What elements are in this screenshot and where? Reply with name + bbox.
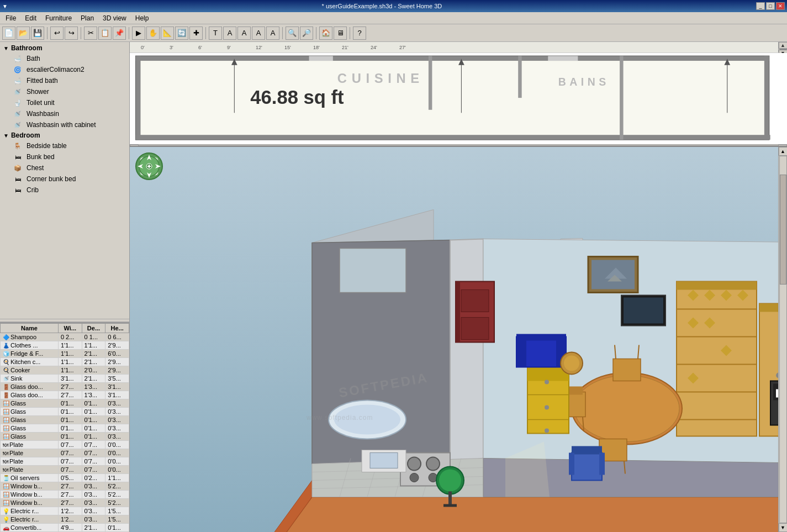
close-button[interactable]: ✕ [776,2,785,10]
props-row[interactable]: 🪟Window b...2'7...0'3...5'2... [1,482,129,491]
furniture-tree[interactable]: ▼ Bathroom🛁Bath🌀escalierColimacon2🛁Fitte… [0,42,129,319]
menu-item-furniture[interactable]: Furniture [41,13,76,23]
toolbar-separator [47,27,47,39]
tree-item-bath[interactable]: 🛁Bath [1,53,128,64]
props-width-cell: 0'7... [58,449,82,457]
props-row[interactable]: 🔷Shampoo0 2...0 1...0 6... [1,333,129,341]
save-button[interactable]: 💾 [31,27,44,40]
props-row[interactable]: 🍳Kitchen c...1'1...2'1...2'9... [1,358,129,366]
font-smaller-button[interactable]: A [237,27,251,40]
plan-vscroll[interactable]: ▲ ▼ [778,42,787,52]
props-row[interactable]: 💡Electric r...1'2...0'3...1'5... [1,515,129,524]
3d-vscroll-up[interactable]: ▲ [779,147,788,156]
undo-button[interactable]: ↩ [50,27,64,40]
props-row[interactable]: 🪟Glass0'1...0'1...0'3... [1,408,129,416]
props-row[interactable]: 🍽Plate0'7...0'7...0'0... [1,441,129,449]
tree-item-fitted-bath[interactable]: 🛁Fitted bath [1,75,128,86]
props-row[interactable]: 💡Electric r...1'2...0'3...1'5... [1,507,129,515]
tree-item-crib[interactable]: 🛏Crib [1,185,128,196]
tree-item-corner-bunk-bed[interactable]: 🛏Corner bunk bed [1,173,128,185]
title-bar-arrow[interactable]: ▼ [2,3,8,9]
tree-item-shower[interactable]: 🚿Shower [1,86,128,97]
tree-category-bedroom[interactable]: ▼ Bedroom [1,130,128,140]
tree-item-washbasin[interactable]: 🚿Washbasin [1,108,128,119]
tree-item-bunk-bed[interactable]: 🛏Bunk bed [1,151,128,162]
vscroll-track-plan[interactable] [779,49,787,50]
menu-item-3d view[interactable]: 3D view [98,13,131,23]
tree-category-bathroom[interactable]: ▼ Bathroom [1,43,128,53]
create-wall-button[interactable]: ✚ [189,27,203,40]
props-row[interactable]: 🪟Glass0'1...0'1...0'3... [1,424,129,433]
font-larger-button[interactable]: A [223,27,236,40]
props-row[interactable]: 🚗Convertib...4'9...2'1...0'1... [1,524,129,532]
3d-vscroll[interactable]: ▲ ▼ [778,147,787,532]
new-button[interactable]: 📄 [2,27,15,40]
props-row[interactable]: 🪟Window b...2'7...0'3...5'2... [1,499,129,507]
font-bold-button[interactable]: A [252,27,265,40]
font-italic-button[interactable]: A [266,27,279,40]
zoom-in-button[interactable]: 🔍 [286,27,299,40]
3d-view[interactable]: SOFTPEDIA www.softpedia.com ▲ ▼ [130,147,787,532]
props-row[interactable]: 🚪Glass doo...2'7...1'3...3'1... [1,391,129,399]
props-depth-cell: 2'1... [82,524,105,532]
tree-item-washbasin-with-cabinet[interactable]: 🚿Washbasin with cabinet [1,119,128,130]
props-row[interactable]: 👗Clothes ...1'1...1'1...2'9... [1,341,129,350]
2d-plan-view-button[interactable]: 🏠 [319,27,332,40]
rotate-button[interactable]: 🔄 [175,27,188,40]
text-tool-button[interactable]: T [209,27,222,40]
3d-vscroll-down[interactable]: ▼ [779,523,788,532]
props-table-wrap[interactable]: NameWi...De...He... 🔷Shampoo0 2...0 1...… [0,323,129,532]
row-type-icon: 🪟 [3,417,9,423]
props-depth-cell: 0'3... [82,515,105,524]
zoom-out-button[interactable]: 🔎 [300,27,313,40]
props-row[interactable]: 🍳Cooker1'1...2'0...2'9... [1,366,129,375]
props-row[interactable]: 🪟Glass0'1...0'1...0'3... [1,399,129,408]
menu-item-file[interactable]: File [1,13,20,23]
props-row[interactable]: 🍽Plate0'7...0'7...0'0... [1,466,129,474]
navigation-compass[interactable] [135,152,163,180]
props-row[interactable]: 🪟Glass0'1...0'1...0'3... [1,416,129,424]
select-mode-button[interactable]: ▶ [132,27,145,40]
props-row[interactable]: 🚿Sink3'1...2'1...3'5... [1,375,129,383]
title-bar: ▼ * userGuideExample.sh3d - Sweet Home 3… [0,0,787,12]
cut-button[interactable]: ✂ [84,27,97,40]
row-type-icon: 🍽 [3,459,8,465]
paste-button[interactable]: 📌 [113,27,126,40]
props-row[interactable]: 🍽Plate0'7...0'7...0'0... [1,457,129,466]
3d-vscroll-track[interactable] [779,156,787,523]
props-row[interactable]: 🚪Glass doo...2'7...1'3...3'1... [1,383,129,391]
help-btn-button[interactable]: ? [353,27,366,40]
minimize-button[interactable]: _ [756,2,765,10]
props-row[interactable]: 🪟Glass0'1...0'1...0'3... [1,433,129,441]
props-row[interactable]: 🫙Oil servers0'5...0'2...1'1... [1,474,129,482]
vscroll-up-plan[interactable]: ▲ [779,42,788,49]
3d-view-btn-button[interactable]: 🖥 [334,27,347,40]
props-width-cell: 0'7... [58,441,82,449]
maximize-button[interactable]: □ [766,2,775,10]
open-button[interactable]: 📂 [17,27,30,40]
add-furniture-button[interactable]: 📐 [161,27,174,40]
menu-item-plan[interactable]: Plan [76,13,98,23]
plan-content[interactable]: CUISINE BAINS 46.88 sq ft [130,53,787,144]
menu-item-edit[interactable]: Edit [20,13,41,23]
props-row[interactable]: 🧊Fridge & F...1'1...2'1...6'0... [1,350,129,358]
ruler-mark: 15' [284,45,313,50]
tree-item-bedside-table[interactable]: 🪑Bedside table [1,140,128,151]
svg-rect-125 [572,446,602,455]
svg-rect-6 [764,56,769,139]
props-row[interactable]: 🍽Plate0'7...0'7...0'0... [1,449,129,457]
props-name-cell: 🪟Window b... [1,482,59,491]
svg-rect-124 [572,453,602,481]
copy-button[interactable]: 📋 [98,27,112,40]
svg-rect-126 [569,453,574,475]
tree-item-chest[interactable]: 📦Chest [1,162,128,173]
props-name-cell: 🪟Glass [1,399,59,408]
ruler-top: 0'3'6'9'12'15'18'21'24'27' ▲ ▼ [130,42,787,53]
redo-button[interactable]: ↪ [65,27,78,40]
props-row[interactable]: 🪟Window b...2'7...0'3...5'2... [1,491,129,499]
tree-item-escaliercolimacon2[interactable]: 🌀escalierColimacon2 [1,64,128,75]
pan-mode-button[interactable]: ✋ [146,27,160,40]
props-height-cell: 2'9... [105,358,129,366]
tree-item-toilet-unit[interactable]: 🚽Toilet unit [1,97,128,108]
menu-item-help[interactable]: Help [131,13,154,23]
